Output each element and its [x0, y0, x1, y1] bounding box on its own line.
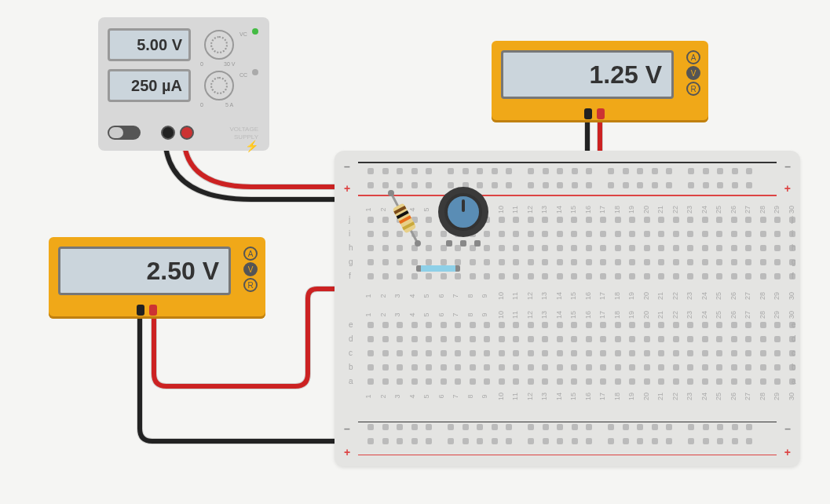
- bb-col-label: 29: [773, 292, 781, 300]
- bb-row[interactable]: [367, 378, 803, 385]
- bb-col-label: 23: [686, 292, 693, 300]
- pot-leg-3: [474, 240, 481, 247]
- bb-row[interactable]: [367, 217, 803, 223]
- wire-mm-left-neg[interactable]: [140, 319, 361, 441]
- ps-voltage-knob[interactable]: [204, 30, 234, 60]
- bb-row-label: e: [349, 320, 353, 329]
- mm-left-probe-pos[interactable]: [149, 305, 157, 316]
- bb-row[interactable]: [367, 273, 803, 279]
- bb-col-label: 26: [729, 393, 737, 400]
- bb-col-label: 12: [526, 393, 534, 400]
- bb-col-label: 2: [378, 312, 386, 316]
- bb-col-label: 24: [700, 393, 708, 400]
- potentiometer-knob[interactable]: [444, 193, 482, 231]
- multimeter-left[interactable]: 2.50 V A V R: [49, 237, 265, 319]
- bb-row[interactable]: [367, 424, 768, 430]
- bb-col-label: 15: [569, 393, 577, 400]
- bb-row[interactable]: [367, 231, 803, 237]
- bb-row-label: f: [792, 272, 794, 280]
- mm-left-mode-amp[interactable]: A: [243, 247, 258, 261]
- svg-point-16: [388, 190, 394, 196]
- bb-col-label: 24: [700, 292, 708, 300]
- bb-col-label: 24: [700, 311, 708, 319]
- bb-col-label: 29: [773, 206, 781, 214]
- bb-col-label: 1: [364, 312, 372, 316]
- bb-col-label: 1: [364, 207, 372, 211]
- mm-top-probe-neg[interactable]: [584, 108, 592, 119]
- ps-c-min: 0: [200, 102, 203, 108]
- ps-cc-label: CC: [239, 72, 247, 78]
- bb-col-label: 21: [656, 393, 664, 400]
- ps-current-knob[interactable]: [204, 71, 234, 100]
- bb-col-label: 15: [569, 206, 577, 214]
- bb-row-label: g: [792, 257, 796, 266]
- bb-col-label: 16: [584, 393, 592, 400]
- ps-current-display: 250 µA: [108, 69, 191, 102]
- bb-col-label: 18: [613, 206, 621, 214]
- rail-minus-top: –: [344, 160, 350, 173]
- mm-left-probe-neg[interactable]: [137, 305, 144, 316]
- rail-plus-bot: +: [344, 446, 350, 458]
- bb-row[interactable]: [367, 364, 803, 371]
- bb-row[interactable]: [367, 322, 803, 328]
- bb-col-label: 15: [569, 292, 577, 300]
- bb-row-label: c: [349, 349, 353, 357]
- rail-plus-bot-r: +: [784, 446, 791, 458]
- bb-col-label: 15: [569, 311, 577, 319]
- bb-row[interactable]: [367, 168, 768, 174]
- bb-row-label: b: [792, 363, 796, 371]
- bb-col-label: 30: [788, 311, 795, 319]
- bb-col-label: 18: [613, 292, 621, 300]
- mm-top-probe-pos[interactable]: [597, 108, 605, 119]
- bb-col-label: 12: [526, 292, 534, 300]
- bb-col-label: 28: [759, 311, 766, 319]
- mm-top-mode-amp[interactable]: A: [686, 50, 700, 64]
- multimeter-top[interactable]: 1.25 V A V R: [492, 41, 708, 122]
- bb-col-label: 28: [759, 206, 766, 214]
- potentiometer[interactable]: [438, 187, 488, 237]
- bb-col-label: 14: [555, 311, 563, 319]
- bb-col-label: 27: [744, 292, 751, 300]
- bb-row[interactable]: [367, 438, 768, 444]
- ps-v-max: 30 V: [224, 61, 235, 67]
- mm-top-mode-volt[interactable]: V: [686, 66, 700, 80]
- bb-row-label: a: [349, 377, 353, 385]
- bb-row-label: d: [349, 334, 353, 343]
- ps-vc-led: [252, 28, 258, 35]
- resistor-small[interactable]: [416, 265, 460, 272]
- pot-leg-2: [460, 240, 466, 247]
- bb-col-label: 22: [671, 311, 679, 319]
- bb-col-label: 21: [656, 292, 664, 300]
- bb-col-label: 3: [393, 294, 401, 298]
- bb-col-label: 19: [627, 292, 635, 300]
- bb-col-label: 13: [540, 292, 548, 300]
- bb-row[interactable]: [367, 350, 803, 356]
- resistor[interactable]: [383, 188, 430, 251]
- bb-col-label: 14: [555, 206, 563, 214]
- mm-left-mode-volt[interactable]: V: [243, 262, 258, 276]
- rail-plus-top: +: [344, 182, 350, 195]
- bb-col-label: 2: [378, 294, 386, 298]
- mm-left-mode-ohm[interactable]: R: [243, 278, 258, 292]
- mm-top-mode-ohm[interactable]: R: [686, 82, 700, 96]
- bb-row[interactable]: [367, 259, 803, 265]
- rail-minus-top-r: –: [784, 160, 791, 173]
- power-supply[interactable]: 5.00 V 250 µA VC CC 0 30 V 0 5 A ON VOLT…: [98, 17, 269, 151]
- bb-col-label: 30: [788, 206, 795, 214]
- bb-col-label: 16: [584, 311, 592, 319]
- bb-row[interactable]: [367, 182, 768, 188]
- bb-col-label: 11: [511, 206, 519, 214]
- bb-row-label: f: [349, 272, 351, 280]
- bb-col-label: 9: [481, 294, 488, 298]
- bb-row[interactable]: [367, 245, 803, 251]
- ps-jack-negative[interactable]: [161, 126, 175, 140]
- svg-point-17: [415, 240, 421, 247]
- bb-col-label: 25: [715, 393, 722, 400]
- bb-col-label: 5: [422, 312, 430, 316]
- bb-row-label: d: [792, 334, 796, 343]
- bb-col-label: 1: [364, 394, 372, 398]
- ps-jack-positive[interactable]: [180, 126, 194, 140]
- bb-row[interactable]: [367, 336, 803, 342]
- bb-col-label: 8: [466, 394, 474, 398]
- bb-col-label: 6: [437, 394, 444, 398]
